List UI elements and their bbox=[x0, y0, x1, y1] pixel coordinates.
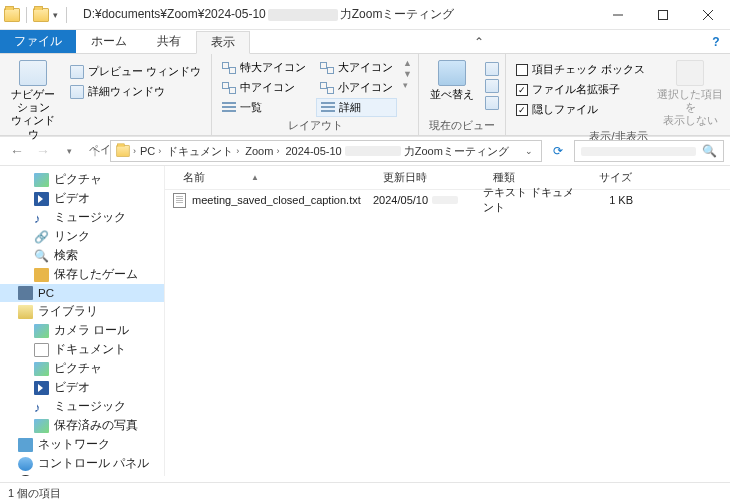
up-button[interactable]: ↑ bbox=[84, 140, 106, 162]
tree-pictures[interactable]: ピクチャ bbox=[0, 170, 164, 189]
details-pane-button[interactable]: 詳細ウィンドウ bbox=[66, 82, 205, 101]
linux-icon bbox=[18, 475, 33, 476]
list-icon bbox=[222, 102, 236, 114]
size-columns-icon[interactable] bbox=[485, 96, 499, 110]
lg-icons-icon bbox=[320, 62, 334, 74]
ribbon-collapse-icon[interactable]: ⌃ bbox=[467, 30, 491, 53]
group-by-icon[interactable] bbox=[485, 62, 499, 76]
cameraroll-icon bbox=[34, 324, 49, 338]
address-dropdown-icon[interactable]: ⌄ bbox=[521, 146, 537, 156]
close-button[interactable] bbox=[685, 0, 730, 30]
navigation-pane-icon bbox=[19, 60, 47, 86]
maximize-button[interactable] bbox=[640, 0, 685, 30]
search-icon: 🔍 bbox=[702, 144, 717, 158]
qat-new-folder-icon[interactable] bbox=[33, 8, 49, 22]
tree-videos[interactable]: ビデオ bbox=[0, 189, 164, 208]
svg-rect-1 bbox=[658, 10, 667, 19]
sort-asc-icon: ▲ bbox=[251, 173, 259, 182]
crumb-zoom[interactable]: Zoom› bbox=[243, 145, 281, 157]
pictures2-icon bbox=[34, 362, 49, 376]
text-file-icon bbox=[173, 193, 186, 208]
tree-saved-games[interactable]: 保存したゲーム bbox=[0, 265, 164, 284]
help-icon[interactable]: ? bbox=[708, 30, 730, 53]
layout-medium[interactable]: 中アイコン bbox=[218, 78, 310, 97]
column-name[interactable]: 名前▲ bbox=[173, 170, 373, 185]
file-row[interactable]: meeting_saved_closed_caption.txt 2024/05… bbox=[165, 190, 730, 210]
forward-button[interactable]: → bbox=[32, 140, 54, 162]
sm-icons-icon bbox=[320, 82, 334, 94]
documents-icon bbox=[34, 343, 49, 357]
tab-home[interactable]: ホーム bbox=[76, 30, 142, 53]
tree-saved-pictures[interactable]: 保存済みの写真 bbox=[0, 416, 164, 435]
file-list: 名前▲ 更新日時 種類 サイズ meeting_saved_closed_cap… bbox=[165, 166, 730, 476]
tree-links[interactable]: 🔗リンク bbox=[0, 227, 164, 246]
layout-details[interactable]: 詳細 bbox=[316, 98, 397, 117]
column-type[interactable]: 種類 bbox=[483, 170, 583, 185]
minimize-button[interactable] bbox=[595, 0, 640, 30]
saved-games-icon bbox=[34, 268, 49, 282]
tab-file[interactable]: ファイル bbox=[0, 30, 76, 53]
tab-share[interactable]: 共有 bbox=[142, 30, 196, 53]
navigation-tree[interactable]: ピクチャ ビデオ ♪ミュージック 🔗リンク 🔍検索 保存したゲーム PC ライブ… bbox=[0, 166, 165, 476]
videos2-icon bbox=[34, 381, 49, 395]
layout-scroll-down-icon[interactable]: ▼ bbox=[403, 69, 412, 79]
control-panel-icon bbox=[18, 457, 33, 471]
layout-list[interactable]: 一覧 bbox=[218, 98, 310, 117]
back-button[interactable]: ← bbox=[6, 140, 28, 162]
music-icon: ♪ bbox=[34, 211, 49, 225]
tree-linux[interactable]: Linux bbox=[0, 473, 164, 476]
xl-icons-icon bbox=[222, 62, 236, 74]
crumb-pc[interactable]: PC› bbox=[138, 145, 163, 157]
pictures-icon bbox=[34, 173, 49, 187]
column-headers: 名前▲ 更新日時 種類 サイズ bbox=[165, 166, 730, 190]
layout-scroll-up-icon[interactable]: ▲ bbox=[403, 58, 412, 68]
tree-music2[interactable]: ♪ミュージック bbox=[0, 397, 164, 416]
qat-dropdown-icon[interactable]: ▾ bbox=[51, 10, 60, 20]
tree-documents[interactable]: ドキュメント bbox=[0, 340, 164, 359]
tree-libraries[interactable]: ライブラリ bbox=[0, 302, 164, 321]
file-name: meeting_saved_closed_caption.txt bbox=[192, 194, 361, 206]
tree-pictures2[interactable]: ピクチャ bbox=[0, 359, 164, 378]
column-date[interactable]: 更新日時 bbox=[373, 170, 483, 185]
layout-small[interactable]: 小アイコン bbox=[316, 78, 397, 97]
md-icons-icon bbox=[222, 82, 236, 94]
layout-extra-large[interactable]: 特大アイコン bbox=[218, 58, 310, 77]
tree-cameraroll[interactable]: カメラ ロール bbox=[0, 321, 164, 340]
address-bar: ← → ▾ ↑ › PC› ドキュメント› Zoom› 2024-05-10力Z… bbox=[0, 136, 730, 166]
file-date: 2024/05/10 bbox=[373, 194, 483, 206]
file-type: テキスト ドキュメント bbox=[483, 185, 583, 215]
tree-music[interactable]: ♪ミュージック bbox=[0, 208, 164, 227]
search-box[interactable]: 🔍 bbox=[574, 140, 724, 162]
hide-selected-icon bbox=[676, 60, 704, 86]
file-size: 1 KB bbox=[583, 194, 643, 206]
item-checkboxes-toggle[interactable]: 項目チェック ボックス bbox=[512, 60, 649, 79]
refresh-button[interactable]: ⟳ bbox=[546, 144, 570, 158]
title-bar: ▾ D:¥documents¥Zoom¥2024-05-10力Zoomミーティン… bbox=[0, 0, 730, 30]
tree-control-panel[interactable]: コントロール パネル bbox=[0, 454, 164, 473]
saved-pictures-icon bbox=[34, 419, 49, 433]
breadcrumb[interactable]: › PC› ドキュメント› Zoom› 2024-05-10力Zoomミーティン… bbox=[110, 140, 542, 162]
navigation-pane-button[interactable]: ナビゲーション ウィンドウ bbox=[6, 56, 60, 141]
tree-network[interactable]: ネットワーク bbox=[0, 435, 164, 454]
ribbon-tabs: ファイル ホーム 共有 表示 ⌃ ? bbox=[0, 30, 730, 54]
crumb-documents[interactable]: ドキュメント› bbox=[165, 144, 241, 159]
recent-locations-button[interactable]: ▾ bbox=[58, 140, 80, 162]
folder-icon bbox=[4, 8, 20, 22]
hidden-files-toggle[interactable]: ✓隠しファイル bbox=[512, 100, 649, 119]
libraries-icon bbox=[18, 305, 33, 319]
crumb-date[interactable]: 2024-05-10力Zoomミーティング bbox=[283, 144, 510, 159]
add-columns-icon[interactable] bbox=[485, 79, 499, 93]
hide-selected-button[interactable]: 選択した項目を 表示しない bbox=[655, 56, 725, 128]
pc-icon bbox=[18, 286, 33, 300]
layout-large[interactable]: 大アイコン bbox=[316, 58, 397, 77]
tree-videos2[interactable]: ビデオ bbox=[0, 378, 164, 397]
tree-search[interactable]: 🔍検索 bbox=[0, 246, 164, 265]
column-size[interactable]: サイズ bbox=[583, 170, 643, 185]
file-extensions-toggle[interactable]: ✓ファイル名拡張子 bbox=[512, 80, 649, 99]
tab-view[interactable]: 表示 bbox=[196, 31, 250, 54]
sort-button[interactable]: 並べ替え bbox=[425, 56, 479, 101]
preview-pane-button[interactable]: プレビュー ウィンドウ bbox=[66, 62, 205, 81]
layout-more-icon[interactable]: ▾ bbox=[403, 80, 412, 90]
item-count: 1 個の項目 bbox=[8, 486, 61, 501]
tree-pc[interactable]: PC bbox=[0, 284, 164, 302]
